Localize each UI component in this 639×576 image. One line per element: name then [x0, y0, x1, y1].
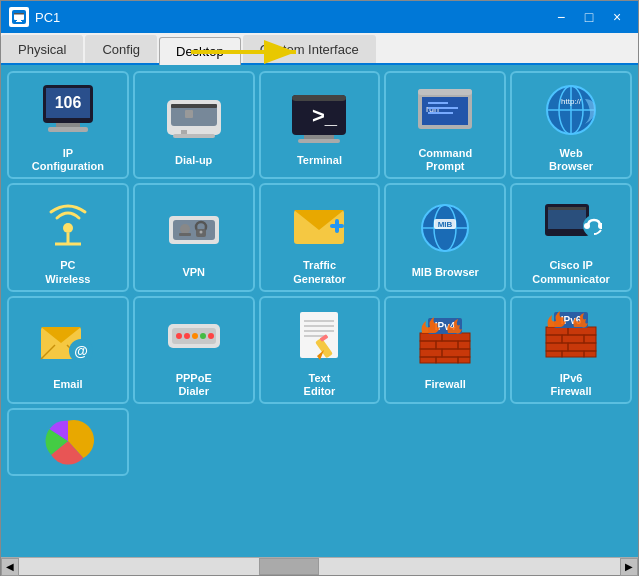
firewall-label: Firewall	[425, 378, 466, 391]
svg-rect-43	[179, 233, 191, 236]
app-firewall[interactable]: IPv4 Firewall	[384, 296, 506, 404]
mib-browser-icon: MIB	[413, 198, 477, 262]
web-browser-icon: http://	[539, 79, 603, 143]
dialup-label: Dial-up	[175, 154, 212, 167]
tab-config[interactable]: Config	[85, 35, 157, 63]
maximize-button[interactable]: □	[576, 7, 602, 27]
window-controls: − □ ×	[548, 7, 630, 27]
scroll-right-button[interactable]: ▶	[620, 558, 638, 576]
terminal-label: Terminal	[297, 154, 342, 167]
svg-rect-29	[428, 112, 453, 114]
tab-desktop[interactable]: Desktop	[159, 37, 241, 65]
cisco-ip-label: Cisco IPCommunicator	[532, 259, 610, 285]
svg-rect-77	[304, 320, 334, 322]
app-dialup[interactable]: Dial-up	[133, 71, 255, 179]
app-icon-grid: 106 IPConfiguration	[7, 71, 632, 476]
mib-browser-label: MIB Browser	[412, 266, 479, 279]
svg-text:>_: >_	[312, 103, 338, 128]
svg-text:http://: http://	[561, 97, 582, 106]
svg-rect-50	[335, 219, 339, 233]
scroll-track[interactable]	[19, 558, 620, 575]
svg-rect-40	[173, 220, 215, 240]
app-email[interactable]: @ Email	[7, 296, 129, 404]
app-pc-wireless[interactable]: PCWireless	[7, 183, 129, 291]
svg-rect-97	[546, 327, 596, 357]
pc-wireless-icon	[36, 191, 100, 255]
tab-bar: Physical Config Desktop Custom Interface	[1, 33, 638, 65]
email-icon: @	[36, 310, 100, 374]
app-web-browser[interactable]: http:// WebBrowser	[510, 71, 632, 179]
svg-rect-11	[48, 127, 88, 132]
scroll-left-button[interactable]: ◀	[1, 558, 19, 576]
svg-point-74	[200, 333, 206, 339]
window-icon	[9, 7, 29, 27]
svg-text:@: @	[74, 343, 88, 359]
email-label: Email	[53, 378, 82, 391]
window-title: PC1	[35, 10, 548, 25]
tab-physical[interactable]: Physical	[1, 35, 83, 63]
svg-rect-2	[14, 13, 24, 15]
main-window: PC1 − □ × Physical Config Desktop Custom…	[0, 0, 639, 576]
svg-point-71	[176, 333, 182, 339]
svg-rect-59	[548, 207, 586, 210]
svg-rect-10	[56, 123, 80, 127]
close-button[interactable]: ×	[604, 7, 630, 27]
firewall-icon: IPv4	[413, 310, 477, 374]
command-prompt-icon: run	[413, 79, 477, 143]
cisco-ip-icon	[539, 191, 603, 255]
svg-text:MIB: MIB	[438, 220, 453, 229]
svg-point-46	[199, 231, 202, 234]
svg-rect-4	[17, 20, 21, 22]
partial-icon	[36, 416, 100, 466]
svg-rect-22	[298, 139, 340, 143]
pc-wireless-label: PCWireless	[45, 259, 90, 285]
minimize-button[interactable]: −	[548, 7, 574, 27]
command-prompt-label: CommandPrompt	[418, 147, 472, 173]
vpn-label: VPN	[182, 266, 205, 279]
svg-rect-79	[304, 330, 334, 332]
svg-point-61	[584, 223, 590, 229]
dialup-icon	[162, 86, 226, 150]
desktop-content: 106 IPConfiguration	[1, 65, 638, 557]
app-vpn[interactable]: VPN	[133, 183, 255, 291]
svg-rect-28	[428, 107, 458, 109]
app-traffic-generator[interactable]: TrafficGenerator	[259, 183, 381, 291]
vpn-icon	[162, 198, 226, 262]
app-mib-browser[interactable]: MIB MIB Browser	[384, 183, 506, 291]
ip-config-icon: 106	[36, 79, 100, 143]
traffic-gen-icon	[287, 191, 351, 255]
traffic-gen-label: TrafficGenerator	[293, 259, 346, 285]
svg-point-73	[192, 333, 198, 339]
text-editor-label: TextEditor	[304, 372, 336, 398]
title-bar: PC1 − □ ×	[1, 1, 638, 33]
terminal-icon: >_	[287, 86, 351, 150]
svg-rect-78	[304, 325, 334, 327]
app-command-prompt[interactable]: run CommandPrompt	[384, 71, 506, 179]
ip-config-label: IPConfiguration	[32, 147, 104, 173]
svg-point-72	[184, 333, 190, 339]
app-cisco-ip-communicator[interactable]: Cisco IPCommunicator	[510, 183, 632, 291]
scroll-thumb[interactable]	[259, 558, 319, 575]
svg-rect-27	[428, 102, 448, 104]
svg-text:106: 106	[55, 94, 82, 111]
ipv6-firewall-icon: IPv6	[539, 304, 603, 368]
app-pppoe-dialer[interactable]: PPPoEDialer	[133, 296, 255, 404]
svg-rect-15	[181, 130, 187, 134]
app-partial[interactable]	[7, 408, 129, 476]
svg-point-75	[208, 333, 214, 339]
svg-rect-58	[548, 207, 586, 229]
app-terminal[interactable]: >_ Terminal	[259, 71, 381, 179]
svg-rect-17	[185, 110, 193, 118]
app-ipv6-firewall[interactable]: IPv6 IPv6Firewall	[510, 296, 632, 404]
svg-point-36	[63, 223, 73, 233]
tab-custom-interface[interactable]: Custom Interface	[243, 35, 376, 63]
web-browser-label: WebBrowser	[549, 147, 593, 173]
pppoe-icon	[162, 304, 226, 368]
app-text-editor[interactable]: TextEditor	[259, 296, 381, 404]
svg-rect-24	[418, 89, 472, 95]
app-ip-configuration[interactable]: 106 IPConfiguration	[7, 71, 129, 179]
svg-rect-21	[304, 135, 334, 139]
horizontal-scrollbar: ◀ ▶	[1, 557, 638, 575]
text-editor-icon	[287, 304, 351, 368]
svg-rect-84	[420, 333, 470, 363]
